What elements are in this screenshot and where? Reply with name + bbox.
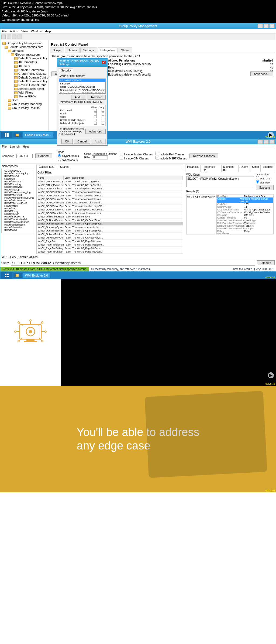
tree-item[interactable]: Domains <box>1 49 47 53</box>
user-system[interactable]: SYSTEM <box>59 82 105 85</box>
tree-item[interactable]: Restrict Control Panel <box>1 83 47 87</box>
tree-item[interactable]: Forest: Globomantics.com <box>1 45 47 49</box>
tab-logging[interactable]: Logging <box>261 165 274 172</box>
class-row[interactable]: Win32_PageFileElementSet...FalseThe Win3… <box>37 243 183 247</box>
minimize-button[interactable]: _ <box>257 24 263 28</box>
tree-item[interactable]: Group Policy Management <box>1 41 47 45</box>
inc-msft-check[interactable]: Include MSFT Classes <box>156 157 187 160</box>
user-creator-owner[interactable]: CREATOR OWNER <box>59 79 105 82</box>
quick-filter-input[interactable] <box>53 170 182 175</box>
user-domain-admins[interactable]: Domain Admins (GLOBOMANTICS\Domain Admin… <box>59 88 105 92</box>
forward-icon[interactable] <box>7 35 11 39</box>
explorer-icon[interactable] <box>13 273 22 278</box>
wql-query-box[interactable]: SELECT * FROM Win32_OperatingSystem <box>186 176 254 187</box>
class-row[interactable]: Win32_OperatingSystemFalseThe Win32_Oper… <box>37 222 183 226</box>
class-row[interactable]: Win32_PageFileSettingFalseThe Win32_Page… <box>37 247 183 250</box>
property-row[interactable]: BuildTypeMultiprocessor Free <box>217 195 273 197</box>
tree-item[interactable]: Default Domain Policy <box>1 56 47 60</box>
property-row[interactable]: CSNameGM-DC1 <box>217 214 273 216</box>
user-enterprise-admins[interactable]: Enterprise Admins (GLOBOMANTICS\Enterpri… <box>59 92 105 94</box>
permission-row[interactable]: Create all child objects <box>60 118 104 122</box>
query-input[interactable] <box>11 260 255 266</box>
class-table[interactable]: Name Lazy Description Win32_NTLogEventLo… <box>37 176 183 254</box>
add-button[interactable]: Add... <box>71 95 86 100</box>
namespace-item[interactable]: ROOT\WMI <box>2 229 33 231</box>
explorer-icon[interactable] <box>13 132 22 137</box>
tab-status[interactable]: Status <box>118 47 132 53</box>
minimize-button[interactable]: _ <box>257 139 263 144</box>
namespace-item[interactable]: ROOT\ThinPrint <box>2 226 33 229</box>
maximize-button[interactable]: □ <box>263 139 269 144</box>
class-row[interactable]: Win32_OperatingSystemQFEFalseThe Win32_O… <box>37 229 183 233</box>
ok-button[interactable]: OK <box>61 139 73 144</box>
namespace-item[interactable]: ROOT\AccessLogging <box>2 172 33 175</box>
tree-item[interactable]: Globomantics.com <box>1 53 47 56</box>
permission-row[interactable]: Read <box>60 112 104 115</box>
col-name[interactable]: Name <box>37 176 64 180</box>
namespace-item[interactable]: ROOT\CIMV2 <box>2 175 33 178</box>
properties-panel[interactable]: BuildTypeMultiprocessor FreeCaptionMicro… <box>216 195 274 234</box>
close-icon[interactable]: ✕ <box>102 61 106 64</box>
class-row[interactable]: Win32_ODBCSourceAttributeFalseThe Settin… <box>37 208 183 212</box>
namespace-item[interactable]: ROOT\msdtc <box>2 205 33 207</box>
tab-properties[interactable]: Properties (64) <box>201 165 221 172</box>
namespace-item[interactable]: ROOT\SECURITY <box>2 215 33 218</box>
results-list[interactable]: Win32_OperatingSystem=@ <box>186 195 215 234</box>
security-tab[interactable]: Security <box>59 68 73 73</box>
tree-item[interactable]: Group Policy Modeling <box>1 102 47 106</box>
namespace-item[interactable]: ROOT\Hardware <box>2 186 33 188</box>
execute-button[interactable]: Execute <box>257 260 275 265</box>
close-button[interactable]: ✕ <box>269 24 275 28</box>
class-row[interactable]: Win32_ODBCDriverSpecific...FalseThis cla… <box>37 205 183 208</box>
class-row[interactable]: Win32_NTLogEventUserFalseThe Win32_NTLog… <box>37 183 183 187</box>
class-row[interactable]: Win32_ODBCDataSourceS...FalseThis class … <box>37 194 183 197</box>
property-row[interactable]: CSCreationClassNameWin32_ComputerSystem <box>217 211 273 214</box>
namespace-tree[interactable]: \\GM-DC1\ROOT ROOT\AccessLogging ROOT\CI… <box>1 169 34 233</box>
search-tab[interactable]: Search <box>58 165 71 169</box>
class-row[interactable]: Win32_OSRecoveryConfig...FalseThe Win32_… <box>37 236 183 240</box>
taskbar-wmi[interactable]: WMI Explorer 2.0 <box>23 273 50 278</box>
gpm-tree[interactable]: Group Policy ManagementForest: Globomant… <box>0 40 49 131</box>
class-row[interactable]: Win32_PageFileUsageFalseThe Win32_PageFi… <box>37 250 183 254</box>
tree-item[interactable]: WMI Filters <box>1 91 47 94</box>
tree-item[interactable]: All Computers <box>1 60 47 64</box>
namespace-item[interactable]: \\GM-DC1\ROOT <box>2 169 33 172</box>
connect-button[interactable]: Connect <box>35 154 52 158</box>
tree-item[interactable]: Default Domain Policy <box>1 79 47 83</box>
class-row[interactable]: Win32_ODBCDataSourceA...FalseThis associ… <box>37 190 183 194</box>
namespace-item[interactable]: ROOT\MicrosoftDNS <box>2 202 33 205</box>
property-row[interactable]: DebugFalse <box>217 230 273 233</box>
menu-action[interactable]: Action <box>10 30 18 33</box>
tab-query[interactable]: Query <box>239 165 250 172</box>
apply-button[interactable]: Apply <box>91 139 106 144</box>
namespace-item[interactable]: ROOT\ServiceModel <box>2 218 33 221</box>
tree-item[interactable]: Starter GPOs <box>1 94 47 98</box>
class-row[interactable]: Win32_PageFileFalseThe Win32_PageFile cl… <box>37 240 183 243</box>
inc-system-check[interactable]: Include System Classes <box>120 153 153 156</box>
class-row[interactable]: Win32_OperatingSystemAut...FalseThis cla… <box>37 226 183 229</box>
namespace-item[interactable]: ROOT\nap <box>2 207 33 210</box>
property-row[interactable]: DataExecutionPrevention_Support3 <box>217 227 273 230</box>
close-button[interactable]: ✕ <box>269 139 275 144</box>
menu-file[interactable]: File <box>2 145 7 148</box>
class-row[interactable]: Win32_OfflineFilesHealthFalsePrivate Int… <box>37 215 183 219</box>
namespace-item[interactable]: ROOT\InventoryLogging <box>2 191 33 194</box>
filter-input[interactable] <box>92 155 108 159</box>
property-row[interactable]: CurrentTimeZone60 <box>217 216 273 219</box>
result-item[interactable]: Win32_OperatingSystem=@ <box>187 195 215 198</box>
taskbar-gpm[interactable]: Group Policy Man... <box>23 132 53 138</box>
menu-view[interactable]: View <box>21 30 28 33</box>
tab-instances[interactable]: Instances <box>185 165 201 172</box>
tab-scope[interactable]: Scope <box>50 47 64 53</box>
class-row[interactable]: Win32_ODBCAttributeFalseThe Setting clas… <box>37 187 183 190</box>
tab-settings[interactable]: Settings <box>80 47 97 53</box>
property-row[interactable]: CaptionMicrosoft Windows Server 2012 R..… <box>217 197 273 203</box>
permission-row[interactable]: Delete all child objects <box>60 122 104 125</box>
class-row[interactable]: Win32_ODBCDriverSoftwar...FalseSince sof… <box>37 201 183 205</box>
namespace-item[interactable]: ROOT\Microsoft <box>2 194 33 196</box>
tree-item[interactable]: Group Policy Objects <box>1 72 47 76</box>
namespace-item[interactable]: ROOT\Policy <box>2 210 33 213</box>
tree-item[interactable]: Default Domain Controllers Policy <box>1 76 47 79</box>
advanced-button[interactable]: Advanced... <box>250 71 273 76</box>
advanced-button[interactable]: Advanced <box>85 129 106 134</box>
